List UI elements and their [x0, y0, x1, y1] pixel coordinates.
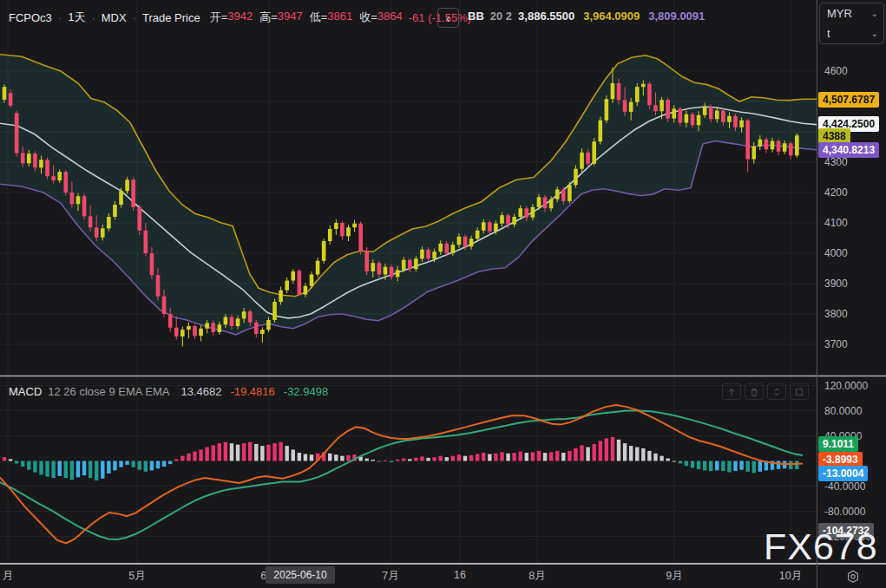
bb-title[interactable]: BB: [468, 10, 484, 23]
time-tick-label: 10月: [760, 569, 821, 584]
symbol-title[interactable]: FCPOc3: [9, 11, 52, 24]
legend-separator: ·: [91, 11, 95, 24]
ohlc-value: 3947: [278, 10, 303, 25]
ohlc-item: 高=3947: [259, 10, 303, 25]
price-chart-canvas[interactable]: [0, 0, 886, 588]
bb-values: 3,886.55003,964.09093,809.0091: [518, 10, 705, 23]
bb-params: 20 2: [490, 10, 512, 23]
time-tick-label: 5月: [107, 569, 167, 584]
exchange-label[interactable]: MDX: [102, 11, 127, 24]
trading-chart-window: FCPOc3 · 1天 · MDX · Trade Price 开=3942高=…: [0, 0, 886, 588]
collapse-icon: [771, 386, 783, 398]
time-tick-label: 月: [0, 569, 38, 584]
time-scale[interactable]: 月5月6月7月168月9月10月2025-06-10: [0, 565, 886, 588]
indicator-value: 3,886.5500: [518, 10, 574, 23]
price-tick-label: 4100: [824, 216, 848, 230]
crosshair-date-badge: 2025-06-10: [266, 566, 335, 584]
macd-tick-label: -80.0000: [824, 505, 865, 519]
currency-value: MYR: [827, 7, 852, 20]
legend-separator: ·: [58, 11, 62, 24]
price-tick-label: 4200: [824, 186, 848, 199]
time-tick-label: 7月: [360, 569, 421, 584]
chevron-left-icon: ‹: [446, 10, 450, 25]
ohlc-value: 3864: [377, 10, 403, 25]
chevron-down-icon: ⌄: [871, 10, 878, 18]
ohlc-label: 开=: [210, 10, 228, 25]
indicator-value: 13.4682: [180, 385, 221, 398]
fx678-watermark: FX678: [764, 527, 878, 565]
ohlc-value: 3942: [227, 10, 253, 25]
macd-tick-label: 80.0000: [824, 404, 862, 418]
pane-toolbar: [722, 383, 809, 400]
symbol-legend: FCPOc3 · 1天 · MDX · Trade Price 开=3942高=…: [9, 10, 471, 25]
price-tick-label: 3900: [824, 277, 848, 291]
price-tick-label: 3800: [824, 307, 848, 321]
price-scale[interactable]: 46004300420041004000390038003700120.0000…: [817, 0, 886, 565]
ohlc-item: 低=3861: [310, 10, 353, 25]
price-tick-label: 4600: [824, 64, 848, 78]
macd-signal-value-badge: 9.1011: [818, 436, 858, 452]
ohlc-values: 开=3942高=3947低=3861收=3864: [210, 10, 403, 25]
gear-icon: [845, 569, 861, 585]
pane-delete-button[interactable]: [745, 383, 764, 400]
arrow-up-icon: [725, 386, 738, 398]
macd-params: 12 26 close 9 EMA EMA: [48, 385, 169, 398]
indicator-value: -19.4816: [230, 385, 274, 398]
unit-dropdown[interactable]: t ⌄: [820, 23, 883, 43]
bb-indicator-legend: BB 20 2 3,886.55003,964.09093,809.0091: [468, 10, 705, 23]
macd-title[interactable]: MACD: [9, 385, 42, 398]
macd-hist-value-badge: -13.0004: [818, 466, 868, 481]
ohlc-label: 低=: [310, 10, 328, 25]
currency-dropdown[interactable]: MYR ⌄: [820, 3, 883, 23]
price-tick-label: 3700: [824, 337, 848, 351]
pane-collapse-button[interactable]: [767, 383, 786, 400]
indicator-value: 3,964.0909: [583, 10, 640, 23]
time-tick-label: 8月: [507, 569, 568, 584]
currency-unit-selector: MYR ⌄ t ⌄: [819, 3, 884, 44]
bb-upper-value-badge: 4,507.6787: [818, 92, 879, 108]
macd-indicator-legend: MACD 12 26 close 9 EMA EMA 13.4682-19.48…: [9, 385, 328, 398]
scale-settings-button[interactable]: [835, 567, 871, 585]
legend-collapse-button[interactable]: ‹: [437, 8, 459, 28]
legend-separator: ·: [133, 11, 136, 24]
chevron-down-icon: ⌄: [871, 29, 878, 38]
price-type-label[interactable]: Trade Price: [142, 11, 200, 24]
pane-maximize-button[interactable]: [790, 383, 809, 400]
ohlc-value: 3861: [327, 10, 352, 25]
trash-icon: [748, 386, 760, 398]
ohlc-item: 收=3864: [359, 10, 403, 25]
price-tick-label: 4000: [824, 246, 848, 260]
unit-value: t: [827, 27, 830, 40]
ohlc-item: 开=3942: [210, 10, 253, 25]
macd-tick-label: 120.0000: [824, 379, 868, 393]
interval-label[interactable]: 1天: [68, 10, 85, 25]
bb-lower-value-badge: 4,340.8213: [818, 142, 879, 158]
time-tick-label: 16: [430, 569, 490, 581]
ohlc-label: 收=: [359, 10, 377, 25]
indicator-value: -32.9498: [284, 385, 328, 398]
macd-values: 13.4682-19.4816-32.9498: [180, 385, 328, 398]
time-tick-label: 9月: [644, 569, 705, 584]
maximize-icon: [793, 386, 805, 398]
pane-move-up-button[interactable]: [722, 383, 741, 400]
indicator-value: 3,809.0091: [648, 10, 705, 23]
ohlc-label: 高=: [259, 10, 278, 25]
